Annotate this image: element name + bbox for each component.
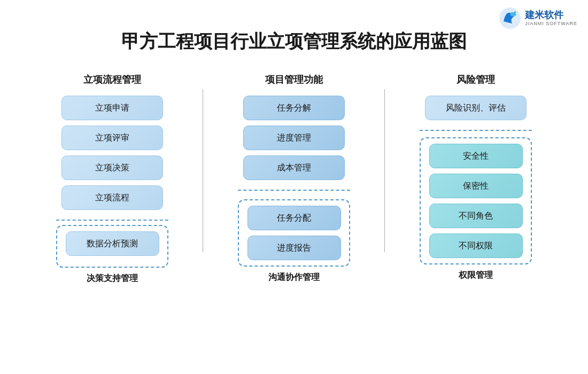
column-2: 项目管理功能 任务分解 进度管理 成本管理 任务分配 进度报告 沟通协作管理 — [203, 73, 385, 284]
logo-cn: 建米软件 — [525, 10, 577, 21]
card-lixiang-liucheng: 立项流程 — [61, 185, 163, 210]
col2-divider — [238, 190, 350, 191]
col2-header: 项目管理功能 — [265, 73, 323, 86]
card-risk-identify: 风险识别、评估 — [425, 96, 527, 120]
column-1: 立项流程管理 立项申请 立项评审 立项决策 立项流程 数据分析预测 决策支持管理 — [21, 73, 203, 284]
card-progress-report: 进度报告 — [247, 236, 341, 260]
col3-footer: 权限管理 — [459, 270, 493, 281]
card-lixiang-pingshen: 立项评审 — [61, 126, 163, 150]
card-task-decompose: 任务分解 — [243, 96, 345, 120]
columns-wrapper: 立项流程管理 立项申请 立项评审 立项决策 立项流程 数据分析预测 决策支持管理… — [0, 73, 588, 284]
logo-text: 建米软件 JIANMI SOFTWARE — [525, 10, 577, 27]
logo-en: JIANMI SOFTWARE — [525, 21, 577, 27]
card-cost-mgmt: 成本管理 — [243, 155, 345, 180]
col2-dashed-section: 任务分配 进度报告 — [238, 199, 350, 267]
col2-upper: 任务分解 进度管理 成本管理 — [243, 96, 345, 185]
col3-divider — [420, 130, 532, 131]
card-security: 安全性 — [429, 144, 523, 168]
card-diff-perms: 不同权限 — [429, 233, 523, 258]
col3-header: 风险管理 — [457, 73, 495, 86]
card-diff-roles: 不同角色 — [429, 204, 523, 228]
col2-footer: 沟通协作管理 — [268, 272, 320, 283]
column-3: 风险管理 风险识别、评估 安全性 保密性 不同角色 不同权限 权限管理 — [385, 73, 567, 284]
col1-dashed-section: 数据分析预测 — [56, 225, 168, 268]
card-task-assign: 任务分配 — [247, 206, 341, 230]
page-title: 甲方工程项目行业立项管理系统的应用蓝图 — [0, 29, 588, 54]
card-data-analysis: 数据分析预测 — [66, 231, 159, 256]
card-progress-mgmt: 进度管理 — [243, 126, 345, 150]
col1-divider — [56, 220, 168, 221]
logo: 建米软件 JIANMI SOFTWARE — [498, 6, 577, 30]
col1-header: 立项流程管理 — [83, 73, 141, 86]
card-lixiang-juece: 立项决策 — [61, 155, 163, 180]
card-confidential: 保密性 — [429, 174, 523, 198]
col1-upper: 立项申请 立项评审 立项决策 立项流程 — [61, 96, 163, 215]
col3-dashed-section: 安全性 保密性 不同角色 不同权限 — [420, 137, 532, 264]
col1-footer: 决策支持管理 — [87, 273, 138, 284]
logo-icon — [498, 6, 522, 30]
card-lixiang-shenqing: 立项申请 — [61, 96, 163, 120]
